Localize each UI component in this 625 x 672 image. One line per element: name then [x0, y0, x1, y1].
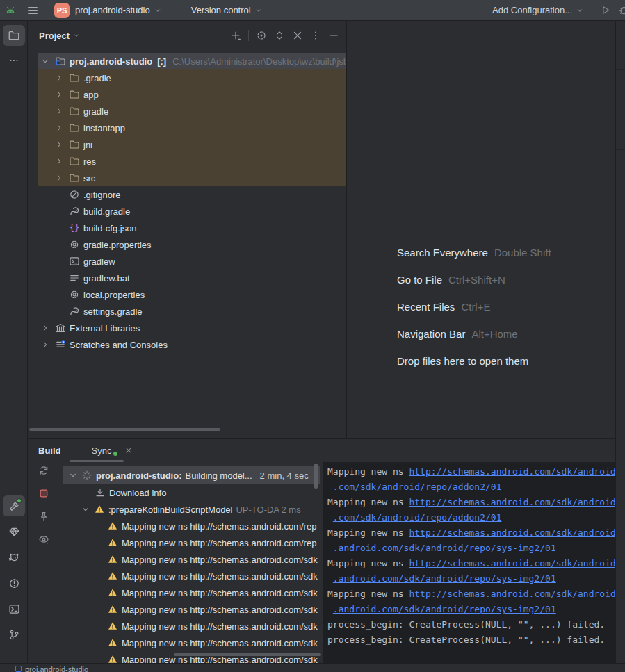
main-menu-icon[interactable]: [26, 4, 39, 17]
collapse-all-icon[interactable]: [292, 30, 303, 41]
more-vertical-icon[interactable]: [310, 30, 321, 41]
console-link[interactable]: http://schemas.android.com/sdk/android/: [409, 527, 615, 538]
chevron-right-icon[interactable]: [53, 156, 65, 166]
shortcut-hint: Recent FilesCtrl+E: [397, 293, 551, 320]
build-warning-row[interactable]: Mapping new ns http://schemas.android.co…: [28, 518, 320, 534]
shortcut-action: Search Everywhere: [397, 247, 488, 259]
console-link[interactable]: http://schemas.android.com/sdk/android/: [409, 589, 615, 599]
chevron-right-icon[interactable]: [53, 106, 65, 116]
prepare-task-time: 2 ms: [281, 505, 300, 515]
console-link[interactable]: .com/sdk/android/repo/addon2/01: [333, 482, 502, 492]
tree-item-build-cfg-json[interactable]: {}build-cfg.json: [28, 220, 346, 236]
prepare-kotlin-row[interactable]: :prepareKotlinBuildScriptModel UP-TO-DAT…: [28, 501, 320, 518]
chevron-right-icon[interactable]: [53, 173, 65, 183]
chevron-down-icon[interactable]: [39, 56, 51, 66]
tree-item-src[interactable]: src: [28, 170, 346, 186]
tree-item-gradlew[interactable]: gradlew: [28, 253, 346, 270]
add-icon[interactable]: [230, 30, 241, 41]
stripe-button-git-branch[interactable]: [3, 624, 25, 645]
titlebar: PS proj.android-studio Version control A…: [0, 0, 625, 21]
console-link[interactable]: .com/sdk/android/repo/addon2/01: [333, 512, 502, 523]
tree-item-instantapp[interactable]: instantapp: [28, 120, 346, 136]
tree-item-gradle[interactable]: gradle: [28, 103, 346, 120]
build-warning-row[interactable]: Mapping new ns http://schemas.android.co…: [28, 568, 320, 584]
build-task-desc: Building model...: [185, 470, 252, 481]
progress-spinner-icon: [81, 470, 92, 481]
gear-icon: [69, 239, 80, 250]
console-line: process_begin: CreateProcess(NULL, "", .…: [327, 632, 615, 648]
console-link[interactable]: .android.com/sdk/android/repo/sys-img2/0…: [333, 543, 556, 553]
console-line: .com/sdk/android/repo/addon2/01: [327, 480, 615, 495]
build-warning-row[interactable]: Mapping new ns http://schemas.android.co…: [28, 534, 320, 551]
download-icon: [95, 487, 106, 498]
stripe-button-more-horizontal[interactable]: [3, 50, 25, 71]
chevron-right-icon[interactable]: [53, 140, 65, 149]
chevron-right-icon[interactable]: [53, 73, 65, 83]
chevron-down-icon: [72, 31, 81, 40]
project-panel-title[interactable]: Project: [39, 31, 70, 41]
build-warning-row[interactable]: Mapping new ns http://schemas.android.co…: [28, 601, 320, 618]
chevron-down-icon[interactable]: [68, 470, 78, 480]
project-horizontal-scrollbar[interactable]: [29, 428, 220, 431]
project-tool-window: Project proj.android-studio [:] C:\Users…: [28, 21, 346, 438]
tree-item-settings-gradle[interactable]: settings.gradle: [28, 303, 346, 320]
console-link[interactable]: http://schemas.android.com/sdk/android/: [409, 497, 615, 507]
tree-item--gitignore[interactable]: .gitignore: [28, 186, 346, 203]
shortcut-action: Navigation Bar: [397, 328, 465, 340]
expand-all-icon[interactable]: [274, 30, 285, 41]
console-link[interactable]: .android.com/sdk/android/repo/sys-img2/0…: [333, 573, 556, 584]
tree-item-gradle-properties[interactable]: gradle.properties: [28, 236, 346, 253]
tree-item--gradle[interactable]: .gradle: [28, 69, 346, 86]
stripe-button-problems[interactable]: [3, 573, 25, 593]
console-line: process_begin: CreateProcess(NULL, "", .…: [327, 617, 615, 632]
debug-button-icon[interactable]: [618, 4, 625, 16]
build-vertical-scrollbar[interactable]: [314, 464, 318, 489]
shortcut-hint: Go to FileCtrl+Shift+N: [397, 266, 551, 293]
stripe-button-project-folder[interactable]: [3, 25, 25, 46]
tree-item-label: .gitignore: [83, 190, 120, 200]
locate-icon[interactable]: [256, 30, 267, 41]
version-control-menu[interactable]: Version control: [186, 0, 268, 21]
git-branch-icon: [8, 629, 20, 641]
project-badge[interactable]: PS: [54, 3, 70, 18]
chevron-right-icon[interactable]: [39, 340, 51, 350]
tree-item-external-libraries[interactable]: External Libraries: [28, 320, 346, 336]
tab-sync[interactable]: Sync: [88, 439, 138, 462]
status-project-name[interactable]: proj.android-studio: [25, 665, 88, 672]
tree-item-local-properties[interactable]: local.properties: [28, 286, 346, 303]
folder-icon: [69, 72, 80, 83]
tree-item-label: .gradle: [83, 73, 111, 83]
build-warning-row[interactable]: Mapping new ns http://schemas.android.co…: [28, 618, 320, 634]
stripe-button-build-hammer[interactable]: [3, 495, 25, 516]
tree-item-app[interactable]: app: [28, 86, 346, 103]
tree-item-scratches-and-consoles[interactable]: Scratches and Consoles: [28, 336, 346, 353]
build-warning-row[interactable]: Mapping new ns http://schemas.android.co…: [28, 634, 320, 651]
console-link[interactable]: .android.com/sdk/android/repo/sys-img2/0…: [333, 604, 556, 614]
stripe-button-logcat-cat[interactable]: [3, 547, 25, 568]
folder-icon: [69, 122, 80, 133]
tree-item-res[interactable]: res: [28, 153, 346, 170]
close-tab-icon[interactable]: [124, 445, 133, 455]
prepare-task-label: :prepareKotlinBuildScriptModel: [108, 505, 232, 515]
chevron-right-icon[interactable]: [53, 123, 65, 133]
chevron-right-icon[interactable]: [53, 90, 65, 99]
run-button-icon[interactable]: [599, 4, 611, 16]
stripe-button-terminal[interactable]: [3, 598, 25, 619]
project-selector[interactable]: proj.android-studio: [70, 0, 168, 21]
tree-item-jni[interactable]: jni: [28, 136, 346, 153]
download-info-row[interactable]: Download info: [28, 484, 320, 501]
chevron-right-icon[interactable]: [39, 323, 51, 333]
console-link[interactable]: http://schemas.android.com/sdk/android/: [409, 558, 615, 568]
run-configuration-selector[interactable]: Add Configuration...: [487, 0, 590, 21]
chevron-down-icon[interactable]: [81, 505, 90, 514]
tree-item-build-gradle[interactable]: build.gradle: [28, 203, 346, 220]
hide-icon[interactable]: [328, 30, 339, 41]
stripe-button-diamond[interactable]: [3, 521, 25, 542]
tree-item-gradlew-bat[interactable]: gradlew.bat: [28, 270, 346, 286]
build-task-row[interactable]: proj.android-studio: Building model... 2…: [28, 466, 320, 484]
tree-root-project[interactable]: proj.android-studio [:] C:\Users\Adminis…: [28, 53, 346, 69]
build-warning-row[interactable]: Mapping new ns http://schemas.android.co…: [28, 551, 320, 568]
warning-icon: [107, 621, 118, 632]
build-warning-row[interactable]: Mapping new ns http://schemas.android.co…: [28, 584, 320, 601]
console-link[interactable]: http://schemas.android.com/sdk/android/: [409, 466, 615, 477]
